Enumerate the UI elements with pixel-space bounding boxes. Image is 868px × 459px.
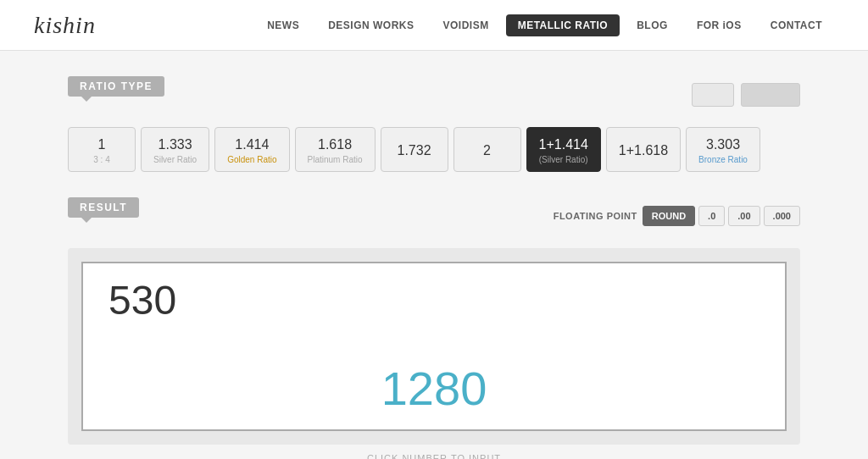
fp-btn-round[interactable]: ROUND [643,206,695,226]
ratio-buttons-container: 13 : 41.333Silver Ratio1.414Golden Ratio… [68,127,800,172]
fp-buttons-container: ROUND.0.00.000 [643,206,800,226]
ratio-btn-3303[interactable]: 3.303Bronze Ratio [686,127,760,172]
nav-item-design-works[interactable]: DESIGN WORKS [316,14,426,36]
ratio-btn-1333[interactable]: 1.333Silver Ratio [141,127,209,172]
ratio-controls [692,83,800,107]
floating-point-label: FLOATING POINT [554,211,637,221]
ratio-btn-1[interactable]: 13 : 4 [68,127,136,172]
nav-item-for-ios[interactable]: FOR iOS [685,14,754,36]
ratio-control-box-1[interactable] [692,83,734,107]
floating-point-row: FLOATING POINT ROUND.0.00.000 [554,206,800,226]
result-bottom-value[interactable]: 1280 [381,365,487,412]
main-nav: NEWSDESIGN WORKSVOIDISMMETALLIC RATIOBLO… [255,14,834,36]
result-inner[interactable]: 530 1280 [81,262,787,431]
ratio-control-box-2[interactable] [741,83,800,107]
result-top-value[interactable]: 530 [108,280,760,321]
ratio-btn-1732[interactable]: 1.732 [381,127,448,172]
nav-item-blog[interactable]: BLOG [625,14,680,36]
ratio-btn-1414[interactable]: 1.414Golden Ratio [214,127,289,172]
fp-btn-dot00[interactable]: .00 [728,206,760,226]
result-label: RESULT [68,197,139,218]
ratio-type-label: RATIO TYPE [68,76,164,97]
ratio-btn-2[interactable]: 2 [453,127,521,172]
click-hint: CLICK NUMBER TO INPUT [68,453,800,459]
ratio-btn-1618[interactable]: 1.618Platinum Ratio [295,127,376,172]
ratio-btn-1-1618[interactable]: 1+1.618 [606,127,681,172]
fp-btn-dot000[interactable]: .000 [764,206,800,226]
nav-item-metallic-ratio[interactable]: METALLIC RATIO [506,14,620,36]
result-area: 530 1280 [68,248,800,445]
site-logo: kishin [34,12,96,39]
ratio-btn-1-1414[interactable]: 1+1.414(Silver Ratio) [526,127,601,172]
nav-item-voidism[interactable]: VOIDISM [431,14,500,36]
nav-item-contact[interactable]: CONTACT [759,14,834,36]
nav-item-news[interactable]: NEWS [255,14,311,36]
fp-btn-dot0[interactable]: .0 [698,206,725,226]
